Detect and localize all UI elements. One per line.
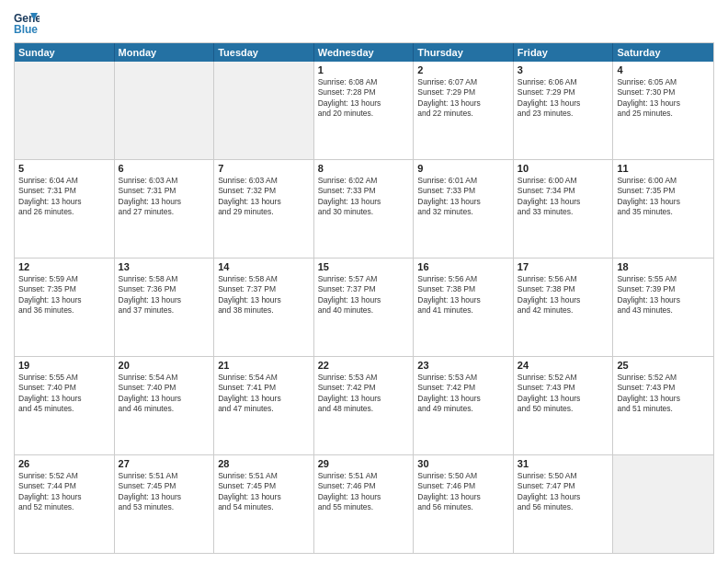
day-number: 11 [617,163,710,174]
day-number: 31 [518,458,609,469]
header-day-sunday: Sunday [15,43,115,62]
day-number: 21 [218,360,310,371]
cal-cell-27: 27Sunrise: 5:51 AM Sunset: 7:45 PM Dayli… [115,455,215,553]
cal-cell-18: 18Sunrise: 5:55 AM Sunset: 7:39 PM Dayli… [613,259,713,356]
day-number: 6 [119,163,210,174]
cal-cell-15: 15Sunrise: 5:57 AM Sunset: 7:37 PM Dayli… [314,259,415,356]
cal-cell-31: 31Sunrise: 5:50 AM Sunset: 7:47 PM Dayli… [514,455,614,553]
cal-cell-empty-0-1 [115,62,215,159]
day-number: 28 [218,458,310,469]
cal-cell-22: 22Sunrise: 5:53 AM Sunset: 7:42 PM Dayli… [314,357,415,454]
cal-cell-empty-0-0 [15,62,115,159]
day-number: 20 [119,360,210,371]
day-detail: Sunrise: 5:51 AM Sunset: 7:46 PM Dayligh… [318,471,410,513]
day-detail: Sunrise: 6:08 AM Sunset: 7:28 PM Dayligh… [318,77,410,120]
day-detail: Sunrise: 5:50 AM Sunset: 7:46 PM Dayligh… [417,471,509,513]
header: General Blue [14,9,714,35]
cal-cell-6: 6Sunrise: 6:03 AM Sunset: 7:31 PM Daylig… [115,160,215,258]
day-number: 29 [318,458,410,469]
day-number: 9 [417,163,509,174]
cal-cell-19: 19Sunrise: 5:55 AM Sunset: 7:40 PM Dayli… [15,357,115,454]
day-number: 3 [518,64,609,75]
day-detail: Sunrise: 6:00 AM Sunset: 7:34 PM Dayligh… [518,176,609,218]
cal-cell-21: 21Sunrise: 5:54 AM Sunset: 7:41 PM Dayli… [214,357,314,454]
day-number: 27 [119,458,210,469]
cal-cell-1: 1Sunrise: 6:08 AM Sunset: 7:28 PM Daylig… [314,62,415,159]
day-number: 26 [18,458,110,469]
day-number: 13 [119,261,210,272]
logo-icon: General Blue [14,9,40,35]
day-number: 25 [617,360,710,371]
cal-cell-13: 13Sunrise: 5:58 AM Sunset: 7:36 PM Dayli… [115,259,215,356]
cal-cell-10: 10Sunrise: 6:00 AM Sunset: 7:34 PM Dayli… [514,160,614,258]
day-number: 14 [218,261,310,272]
day-detail: Sunrise: 6:03 AM Sunset: 7:32 PM Dayligh… [218,176,310,218]
day-number: 30 [417,458,509,469]
day-number: 8 [318,163,410,174]
header-day-saturday: Saturday [613,43,713,62]
day-detail: Sunrise: 6:02 AM Sunset: 7:33 PM Dayligh… [318,176,410,218]
page: General Blue SundayMondayTuesdayWednesda… [0,0,728,563]
day-detail: Sunrise: 5:56 AM Sunset: 7:38 PM Dayligh… [518,274,609,316]
cal-cell-7: 7Sunrise: 6:03 AM Sunset: 7:32 PM Daylig… [214,160,314,258]
cal-cell-4: 4Sunrise: 6:05 AM Sunset: 7:30 PM Daylig… [613,62,713,159]
day-number: 1 [318,64,410,75]
day-detail: Sunrise: 6:04 AM Sunset: 7:31 PM Dayligh… [18,176,110,218]
day-detail: Sunrise: 5:53 AM Sunset: 7:42 PM Dayligh… [417,373,509,415]
day-detail: Sunrise: 6:03 AM Sunset: 7:31 PM Dayligh… [119,176,210,218]
header-day-wednesday: Wednesday [314,43,415,62]
cal-cell-12: 12Sunrise: 5:59 AM Sunset: 7:35 PM Dayli… [15,259,115,356]
day-number: 12 [18,261,110,272]
header-day-friday: Friday [514,43,614,62]
cal-cell-29: 29Sunrise: 5:51 AM Sunset: 7:46 PM Dayli… [314,455,415,553]
cal-cell-2: 2Sunrise: 6:07 AM Sunset: 7:29 PM Daylig… [414,62,514,159]
cal-cell-3: 3Sunrise: 6:06 AM Sunset: 7:29 PM Daylig… [514,62,614,159]
day-number: 15 [318,261,410,272]
day-detail: Sunrise: 5:55 AM Sunset: 7:40 PM Dayligh… [18,373,110,415]
day-detail: Sunrise: 6:00 AM Sunset: 7:35 PM Dayligh… [617,176,710,218]
day-detail: Sunrise: 5:58 AM Sunset: 7:36 PM Dayligh… [119,274,210,316]
svg-text:Blue: Blue [14,23,38,35]
calendar-header: SundayMondayTuesdayWednesdayThursdayFrid… [15,43,713,62]
cal-cell-11: 11Sunrise: 6:00 AM Sunset: 7:35 PM Dayli… [613,160,713,258]
day-number: 5 [18,163,110,174]
day-detail: Sunrise: 5:53 AM Sunset: 7:42 PM Dayligh… [318,373,410,415]
day-detail: Sunrise: 5:52 AM Sunset: 7:43 PM Dayligh… [617,373,710,415]
day-number: 10 [518,163,609,174]
day-number: 2 [417,64,509,75]
cal-cell-23: 23Sunrise: 5:53 AM Sunset: 7:42 PM Dayli… [414,357,514,454]
day-detail: Sunrise: 5:55 AM Sunset: 7:39 PM Dayligh… [617,274,710,316]
day-detail: Sunrise: 5:50 AM Sunset: 7:47 PM Dayligh… [518,471,609,513]
cal-cell-9: 9Sunrise: 6:01 AM Sunset: 7:33 PM Daylig… [414,160,514,258]
day-number: 24 [518,360,609,371]
day-number: 7 [218,163,310,174]
cal-cell-17: 17Sunrise: 5:56 AM Sunset: 7:38 PM Dayli… [514,259,614,356]
calendar-body: 1Sunrise: 6:08 AM Sunset: 7:28 PM Daylig… [15,62,713,553]
day-detail: Sunrise: 5:54 AM Sunset: 7:40 PM Dayligh… [119,373,210,415]
day-detail: Sunrise: 5:51 AM Sunset: 7:45 PM Dayligh… [218,471,310,513]
day-number: 22 [318,360,410,371]
cal-cell-empty-4-6 [613,455,713,553]
day-detail: Sunrise: 6:05 AM Sunset: 7:30 PM Dayligh… [617,77,710,120]
week-row-4: 19Sunrise: 5:55 AM Sunset: 7:40 PM Dayli… [15,356,713,454]
day-detail: Sunrise: 6:01 AM Sunset: 7:33 PM Dayligh… [417,176,509,218]
week-row-3: 12Sunrise: 5:59 AM Sunset: 7:35 PM Dayli… [15,258,713,356]
cal-cell-24: 24Sunrise: 5:52 AM Sunset: 7:43 PM Dayli… [514,357,614,454]
day-detail: Sunrise: 5:52 AM Sunset: 7:44 PM Dayligh… [18,471,110,513]
cal-cell-20: 20Sunrise: 5:54 AM Sunset: 7:40 PM Dayli… [115,357,215,454]
day-number: 18 [617,261,710,272]
week-row-1: 1Sunrise: 6:08 AM Sunset: 7:28 PM Daylig… [15,62,713,159]
day-number: 23 [417,360,509,371]
cal-cell-16: 16Sunrise: 5:56 AM Sunset: 7:38 PM Dayli… [414,259,514,356]
day-number: 17 [518,261,609,272]
cal-cell-8: 8Sunrise: 6:02 AM Sunset: 7:33 PM Daylig… [314,160,415,258]
logo: General Blue [14,9,43,35]
day-number: 16 [417,261,509,272]
day-detail: Sunrise: 5:51 AM Sunset: 7:45 PM Dayligh… [119,471,210,513]
day-detail: Sunrise: 5:58 AM Sunset: 7:37 PM Dayligh… [218,274,310,316]
header-day-tuesday: Tuesday [214,43,314,62]
day-number: 19 [18,360,110,371]
cal-cell-30: 30Sunrise: 5:50 AM Sunset: 7:46 PM Dayli… [414,455,514,553]
header-day-thursday: Thursday [414,43,514,62]
day-detail: Sunrise: 5:52 AM Sunset: 7:43 PM Dayligh… [518,373,609,415]
